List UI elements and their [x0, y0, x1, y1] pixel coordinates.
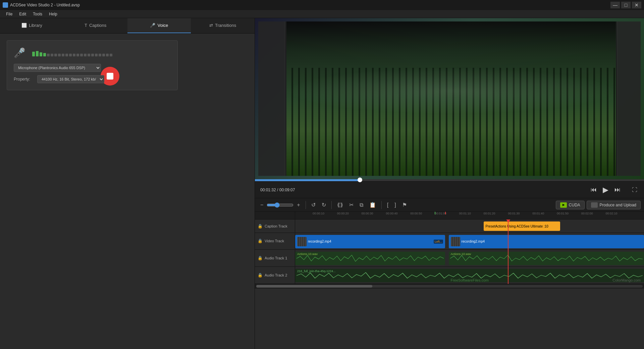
ruler-mark-6: 00:01:00 [435, 212, 446, 215]
copy-button[interactable]: ⧉ [358, 201, 365, 209]
meter-bar-17 [91, 54, 94, 56]
play-pause-button[interactable]: ▶ [601, 184, 610, 196]
mark-in-button[interactable]: [ [385, 201, 390, 209]
step-forward-button[interactable]: ⏭ [613, 185, 622, 195]
ruler-mark-13: 00:02:10 [606, 212, 618, 215]
forest-mist [286, 68, 616, 114]
ruler-mark-8: 00:01:20 [484, 212, 495, 215]
tab-transitions[interactable]: ⇄ Transitions [191, 18, 255, 33]
separator-3 [381, 201, 382, 209]
audio1-lock-icon: 🔒 [258, 256, 263, 260]
tab-voice-label: Voice [157, 23, 168, 28]
tab-captions[interactable]: T Captions [64, 18, 127, 33]
stop-icon [107, 73, 113, 80]
ruler-mark-3: 00:00:30 [362, 212, 373, 215]
ruler-spacer [255, 212, 295, 219]
zoom-out-button[interactable]: − [258, 201, 265, 209]
menu-file[interactable]: File [3, 11, 16, 17]
timeline-tracks: 🔒 Caption Track 🔒 Video Track 🔒 Audio Tr… [255, 212, 644, 284]
microphone-select[interactable]: Microphone (Plantronics Audio 655 DSP) [14, 64, 101, 72]
video-track-label: 🔒 Video Track [255, 233, 295, 250]
menu-tools[interactable]: Tools [30, 11, 46, 17]
video-clip-1[interactable]: recording2.mp4 Left... [295, 235, 445, 248]
cuda-label: CUDA [569, 203, 580, 207]
forest-image [286, 21, 616, 176]
menu-help[interactable]: Help [46, 11, 61, 17]
redo-button[interactable]: ↻ [320, 200, 328, 209]
produce-upload-button[interactable]: Produce and Upload [587, 201, 641, 209]
paste-button[interactable]: 📋 [367, 200, 378, 209]
clip-thumbnail-2 [451, 237, 460, 246]
play-controls: ⏮ ▶ ⏭ ⛶ [589, 184, 639, 196]
timeline-toolbar: − + ↺ ↻ ⟪⟫ ✂ ⧉ 📋 [ ] ⚑ ▶ CUDA [255, 198, 644, 212]
voice-inner: 🎤 [7, 40, 178, 90]
property-label: Property: [14, 77, 34, 82]
caption-track-name: Caption Track [265, 224, 287, 228]
screenshot-inner [258, 21, 641, 176]
seekbar[interactable] [255, 179, 644, 181]
captions-icon: T [85, 23, 87, 28]
property-select[interactable]: 44100 Hz, 16 Bit, Stereo, 172 kb/s [37, 75, 104, 83]
ruler-mark-10: 00:01:40 [532, 212, 544, 215]
meter-bar-9 [62, 54, 64, 56]
audio1-clip-2-label: Actions-10.wav [451, 252, 471, 256]
ruler-marks-container: 00:00:10 00:00:20 00:00:30 00:00:40 00:0… [295, 212, 644, 219]
cut-button[interactable]: ✂ [347, 200, 356, 209]
title-bar-controls: — □ ✕ [610, 2, 641, 8]
video-track-name: Video Track [265, 239, 284, 243]
zoom-control: − + [258, 201, 302, 209]
audio1-clip-1[interactable]: Actions-10.wav [295, 252, 445, 265]
flag-button[interactable]: ⚑ [400, 200, 409, 209]
seekbar-thumb[interactable] [358, 178, 362, 182]
meter-bar-11 [69, 54, 72, 56]
maximize-button[interactable]: □ [621, 2, 631, 8]
mark-out-button[interactable]: ] [392, 201, 398, 209]
split-button[interactable]: ⟪⟫ [335, 200, 345, 209]
meter-bar-10 [65, 54, 68, 56]
meter-bar-21 [106, 54, 109, 56]
timeline-scrollbar[interactable] [255, 284, 644, 289]
left-panel: ⬜ Library T Captions 🎤 Voice ⇄ Transitio… [0, 18, 255, 349]
timeline-section: − + ↺ ↻ ⟪⟫ ✂ ⧉ 📋 [ ] ⚑ ▶ CUDA [255, 198, 644, 289]
meter-bar-7 [54, 54, 57, 56]
audio1-track-content: Actions-10.wav Actions-10.wav [295, 250, 644, 267]
mic-row: 🎤 [14, 47, 171, 58]
tab-bar: ⬜ Library T Captions 🎤 Voice ⇄ Transitio… [0, 18, 255, 34]
tab-library[interactable]: ⬜ Library [0, 18, 64, 33]
meter-bar-16 [88, 54, 90, 56]
minimize-button[interactable]: — [610, 2, 620, 8]
tab-library-label: Library [29, 23, 42, 28]
zoom-slider[interactable] [267, 202, 293, 208]
menu-edit[interactable]: Edit [16, 11, 30, 17]
scrollbar-thumb[interactable] [256, 285, 372, 288]
meter-bar-3 [40, 52, 42, 56]
ruler-mark-1: 00:00:10 [313, 212, 324, 215]
audio2-track-content: 216_full_join-tha-45q-1224... FreeSoftwa… [295, 267, 644, 284]
audio2-clip-1[interactable]: 216_full_join-tha-45q-1224... [295, 269, 644, 282]
audio1-track-label: 🔒 Audio Track 1 [255, 250, 295, 267]
step-back-button[interactable]: ⏮ [589, 185, 598, 195]
app-title: ACDSee Video Studio 2 - Untitled.avsp [10, 3, 80, 7]
transition-label-1: Left... [434, 240, 443, 244]
seekbar-fill [255, 179, 360, 181]
close-button[interactable]: ✕ [632, 2, 641, 8]
clip-thumbnail-1 [297, 237, 307, 246]
zoom-in-button[interactable]: + [295, 201, 302, 209]
caption-clip[interactable]: PresetActions Using ACDSee Ultimate :10 [484, 221, 560, 231]
video-clip-2[interactable]: recording2.mp4 [449, 235, 644, 248]
time-display: 00:01:32 / 00:09:07 [260, 188, 307, 192]
cuda-button[interactable]: ▶ CUDA [556, 201, 585, 209]
fullscreen-button[interactable]: ⛶ [631, 186, 639, 194]
library-icon: ⬜ [21, 23, 27, 28]
meter-bar-15 [84, 54, 87, 56]
meter-bar-18 [95, 54, 98, 56]
voice-panel: 🎤 [0, 34, 255, 349]
audio1-clip-2[interactable]: Actions-10.wav [449, 252, 644, 265]
video-clip-2-label: recording2.mp4 [462, 240, 485, 243]
playback-controls: 00:01:32 / 00:09:07 ⏮ ▶ ⏭ ⛶ [255, 181, 644, 198]
microphone-select-row: Microphone (Plantronics Audio 655 DSP) [14, 64, 171, 72]
undo-button[interactable]: ↺ [309, 200, 318, 209]
separator-2 [331, 201, 332, 209]
ruler-mark-2: 00:00:20 [337, 212, 349, 215]
tab-voice[interactable]: 🎤 Voice [127, 18, 191, 33]
